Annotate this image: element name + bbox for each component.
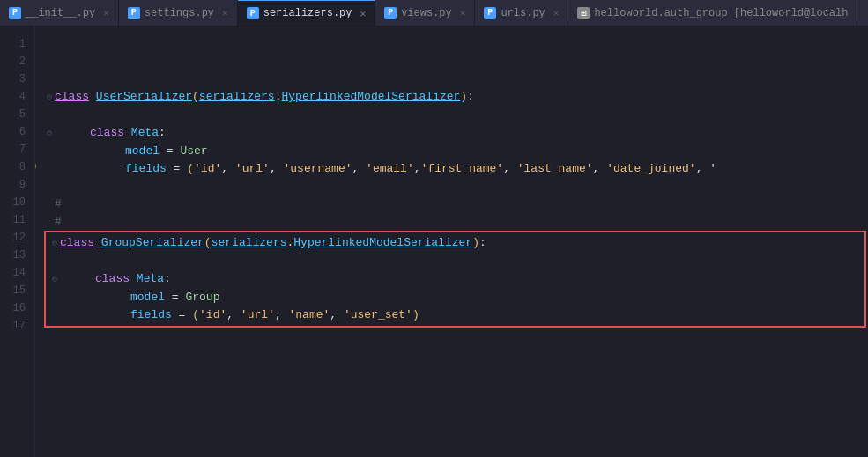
tab-label: helloworld.auth_group [helloworld@localh (594, 7, 848, 19)
str-email: 'email' (366, 160, 414, 178)
dot: . (287, 234, 294, 252)
comma: , (503, 160, 517, 178)
tab-settings-py[interactable]: P settings.py ✕ (119, 0, 238, 26)
line-num-6: 6 (0, 123, 29, 141)
str-first-name: 'first_name' (421, 160, 504, 178)
line-numbers: 1 2 3 4 5 6 7 8 9 10 11 12 13 14 15 16 1… (0, 26, 35, 457)
tab-init-py[interactable]: P __init__.py ✕ (0, 0, 119, 26)
str-date-joined: 'date_joined' (606, 160, 695, 178)
attr-fields: fields (125, 160, 167, 178)
code-line-7: model = User (44, 143, 868, 160)
tab-label: settings.py (145, 7, 214, 19)
tab-serializers-py[interactable]: P serializers.py ✕ (238, 0, 375, 26)
tab-label: __init__.py (26, 7, 95, 19)
comma: , (275, 306, 289, 324)
fold-icon-14[interactable]: ⊖ (49, 271, 60, 289)
close-icon[interactable]: ✕ (553, 7, 560, 18)
code-line-12: ⊖ class GroupSerializer ( serializers . … (49, 234, 861, 253)
str-id: 'id' (194, 160, 221, 178)
str-url2: 'url' (241, 306, 275, 324)
class-meta2: Meta (137, 270, 164, 288)
tab-bar: P __init__.py ✕ P settings.py ✕ P serial… (0, 0, 868, 26)
keyword-class-meta2: class (95, 270, 130, 288)
comma: , (414, 160, 421, 178)
str-url: 'url' (235, 160, 270, 178)
line-num-2: 2 (0, 53, 29, 70)
bulb-icon[interactable]: 💡 (35, 161, 39, 179)
code-line-1 (44, 35, 868, 53)
close-icon[interactable]: ✕ (103, 7, 109, 18)
colon: : (479, 234, 486, 252)
space (89, 88, 96, 106)
keyword-class: class (55, 88, 89, 106)
equals: = (160, 143, 180, 160)
line-num-12: 12 (0, 229, 29, 247)
class-meta: Meta (131, 124, 159, 142)
str-user-set: 'user_set' (344, 306, 412, 324)
paren-close: ) (472, 234, 479, 252)
fold-icon-6[interactable]: ⊖ (44, 125, 55, 143)
paren-open: ( (192, 88, 199, 106)
fold-icon-12[interactable]: ⊖ (49, 235, 60, 253)
equals: = (172, 306, 192, 324)
line-num-10: 10 (0, 194, 29, 211)
base-class-serializers: serializers (199, 88, 275, 106)
close-icon[interactable]: ✕ (222, 7, 228, 18)
comma: , ' (696, 160, 716, 178)
attr-model: model (125, 143, 160, 160)
tab-views-py[interactable]: P views.py ✕ (375, 0, 475, 26)
fold-icon-4[interactable]: ⊖ (44, 89, 55, 107)
code-line-3 (44, 70, 868, 88)
line-num-5: 5 (0, 106, 29, 123)
py-icon: P (484, 7, 496, 19)
paren-open: ( (204, 234, 211, 252)
code-line-15: model = Group (49, 289, 861, 306)
val-group: Group (185, 289, 219, 306)
equals: = (165, 289, 185, 306)
str-id2: 'id' (199, 306, 226, 324)
close-icon[interactable]: ✕ (460, 7, 466, 18)
comment-1: # (55, 195, 62, 213)
line-num-7: 7 (0, 141, 29, 158)
editor: 1 2 3 4 5 6 7 8 9 10 11 12 13 14 15 16 1… (0, 26, 868, 457)
line-num-13: 13 (0, 247, 29, 264)
line-num-9: 9 (0, 176, 29, 194)
close-icon[interactable]: ✕ (360, 8, 367, 19)
tab-db[interactable]: ⊞ helloworld.auth_group [helloworld@loca… (568, 0, 857, 26)
py-icon: P (128, 7, 140, 19)
attr-fields2: fields (130, 306, 172, 324)
code-area[interactable]: ⊖ class UserSerializer ( serializers . H… (35, 26, 868, 457)
code-line-14: ⊖ class Meta : (49, 270, 861, 289)
comma: , (270, 160, 284, 178)
str-username: 'username' (283, 160, 352, 178)
colon: : (467, 88, 474, 106)
comma: , (221, 160, 235, 178)
base-class-serializers2: serializers (211, 234, 287, 252)
colon: : (159, 124, 166, 142)
line-num-16: 16 (0, 299, 29, 317)
code-line-10: # (44, 195, 868, 213)
paren-open: ( (192, 306, 199, 324)
code-line-16: fields = ( 'id' , 'url' , 'name' , 'user… (49, 306, 861, 324)
val-user: User (180, 143, 207, 160)
str-last-name: 'last_name' (517, 160, 593, 178)
editor-container: P __init__.py ✕ P settings.py ✕ P serial… (0, 0, 868, 457)
line-num-4: 4 (0, 88, 29, 106)
space (130, 270, 137, 288)
py-icon: P (247, 7, 259, 19)
line-num-17: 17 (0, 317, 29, 335)
code-line-6: ⊖ class Meta : (44, 124, 868, 143)
comment-2: # (55, 213, 62, 231)
code-line-17 (44, 328, 868, 345)
tab-urls-py[interactable]: P urls.py ✕ (475, 0, 568, 26)
space (94, 234, 101, 252)
space (124, 124, 131, 142)
tab-label: serializers.py (263, 7, 352, 19)
line-num-1: 1 (0, 35, 29, 53)
paren-close: ) (460, 88, 467, 106)
line-num-15: 15 (0, 282, 29, 299)
keyword-class-group: class (60, 234, 94, 252)
base-class-hyper2: HyperlinkedModelSerializer (293, 234, 472, 252)
class-name-group: GroupSerializer (101, 234, 204, 252)
line-num-11: 11 (0, 211, 29, 229)
